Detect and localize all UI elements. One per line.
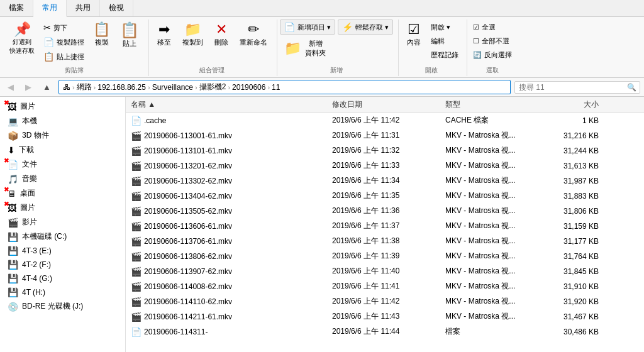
delete-icon: ✕ bbox=[216, 23, 227, 36]
back-button[interactable]: ◀ bbox=[4, 80, 18, 94]
file-type: MKV - Matroska 視... bbox=[440, 205, 541, 217]
properties-button[interactable]: ☑ 內容 bbox=[401, 19, 426, 50]
sidebar-item-music[interactable]: 🎵音樂 bbox=[0, 172, 125, 186]
table-row[interactable]: 🎬 20190606-113404-62.mkv 2019/6/6 上午 11:… bbox=[126, 189, 644, 204]
table-row[interactable]: 🎬 20190606-114008-62.mkv 2019/6/6 上午 11:… bbox=[126, 279, 644, 294]
cut-label: 剪下 bbox=[53, 23, 67, 33]
copy-path-icon: 📄 bbox=[43, 37, 54, 47]
easy-access-button[interactable]: ⚡ 輕鬆存取 ▾ bbox=[338, 19, 393, 35]
table-row[interactable]: 🎬 20190606-113907-62.mkv 2019/6/6 上午 11:… bbox=[126, 264, 644, 279]
sidebar-label-local-c: 本機磁碟 (C:) bbox=[22, 231, 67, 242]
new-label: 新增 bbox=[280, 63, 393, 76]
sidebar-item-drive-f[interactable]: 💾4T-2 (F:) bbox=[0, 258, 125, 272]
sidebar-label-drive-e: 4T-3 (E:) bbox=[22, 246, 52, 255]
open-button[interactable]: 開啟 ▾ bbox=[428, 21, 462, 34]
sidebar-item-desktop[interactable]: 🖥 ✖ 桌面 bbox=[0, 186, 125, 201]
table-row[interactable]: 🎬 20190606-113302-62.mkv 2019/6/6 上午 11:… bbox=[126, 173, 644, 189]
file-name: 20190606-113907-62.mkv bbox=[144, 267, 232, 276]
open-label: 開啟 bbox=[401, 63, 462, 76]
rename-button[interactable]: ✏ 重新命名 bbox=[235, 19, 272, 50]
file-name-cell: 🎬 20190606-114211-61.mkv bbox=[126, 312, 327, 322]
sidebar-item-drive-g[interactable]: 💾4T-4 (G:) bbox=[0, 272, 125, 285]
sidebar-item-images2[interactable]: 🖼 ✖ 圖片 bbox=[0, 201, 125, 215]
sidebar-item-videos[interactable]: 🎬影片 bbox=[0, 215, 125, 229]
tab-share[interactable]: 共用 bbox=[67, 0, 100, 16]
table-row[interactable]: 🎬 20190606-113101-61.mkv 2019/6/6 上午 11:… bbox=[126, 143, 644, 158]
file-name: 20190606-113706-61.mkv bbox=[144, 237, 232, 246]
file-size: 30,486 KB bbox=[541, 327, 604, 337]
history-button[interactable]: 歷程記錄 bbox=[428, 48, 462, 62]
tab-view[interactable]: 檢視 bbox=[100, 0, 133, 16]
sidebar-item-documents[interactable]: 📄 ✖ 文件 bbox=[0, 157, 125, 172]
paste-shortcut-button[interactable]: 📋貼上捷徑 bbox=[40, 50, 87, 63]
file-type: MKV - Matroska 視... bbox=[440, 145, 541, 157]
sidebar-icon-drive-g: 💾 bbox=[8, 273, 18, 283]
header-name[interactable]: 名稱 ▲ bbox=[126, 99, 327, 110]
sidebar-item-pictures[interactable]: 🖼 ✖ 圖片 bbox=[0, 99, 125, 114]
rename-label: 重新命名 bbox=[240, 38, 267, 47]
table-row[interactable]: 🎬 20190606-113706-61.mkv 2019/6/6 上午 11:… bbox=[126, 234, 644, 249]
table-row[interactable]: 🎬 20190606-113505-62.mkv 2019/6/6 上午 11:… bbox=[126, 204, 644, 219]
table-row[interactable]: 🎬 20190606-114211-61.mkv 2019/6/6 上午 11:… bbox=[126, 309, 644, 324]
header-type[interactable]: 類型 bbox=[440, 99, 541, 110]
copy-to-button[interactable]: 📁 複製到 bbox=[178, 19, 208, 50]
select-none-button[interactable]: ☐全部不選 bbox=[470, 35, 515, 48]
pin-button[interactable]: 📌 釘選到快速存取 bbox=[5, 19, 39, 58]
sidebar-item-drive-e[interactable]: 💾4T-3 (E:) bbox=[0, 244, 125, 258]
file-date: 2019/6/6 上午 11:44 bbox=[327, 326, 440, 338]
file-date: 2019/6/6 上午 11:41 bbox=[327, 280, 440, 292]
sidebar-item-drive-j[interactable]: 💿BD-RE 光碟機 (J:) bbox=[0, 299, 125, 314]
sidebar-item-this-pc[interactable]: 💻本機 bbox=[0, 114, 125, 128]
search-input[interactable] bbox=[514, 81, 640, 94]
file-date: 2019/6/6 上午 11:40 bbox=[327, 265, 440, 277]
table-row[interactable]: 🎬 20190606-114110-62.mkv 2019/6/6 上午 11:… bbox=[126, 294, 644, 309]
table-row[interactable]: 🎬 20190606-113606-61.mkv 2019/6/6 上午 11:… bbox=[126, 219, 644, 234]
new-folder-button[interactable]: 📁 新增資料夾 bbox=[280, 36, 393, 61]
select-all-button[interactable]: ☑全選 bbox=[470, 21, 515, 34]
table-row[interactable]: 📄 20190606-114311- 2019/6/6 上午 11:44 檔案 … bbox=[126, 324, 644, 339]
table-row[interactable]: 📄 .cache 2019/6/6 上午 11:42 CACHE 檔案 1 KB bbox=[126, 113, 644, 128]
organize-buttons: ➡ 移至 📁 複製到 ✕ 刪除 ✏ 重新命名 bbox=[152, 19, 272, 63]
file-name: 20190606-113101-61.mkv bbox=[144, 146, 232, 155]
sidebar-item-3d-objects[interactable]: 📦3D 物件 bbox=[0, 128, 125, 143]
file-name: 20190606-113404-62.mkv bbox=[144, 192, 232, 201]
table-row[interactable]: 🎬 20190606-113806-62.mkv 2019/6/6 上午 11:… bbox=[126, 249, 644, 264]
file-name: .cache bbox=[144, 116, 166, 125]
copy-path-button[interactable]: 📄複製路徑 bbox=[40, 35, 87, 49]
copy-button[interactable]: 📋 複製 bbox=[89, 19, 114, 50]
move-to-button[interactable]: ➡ 移至 bbox=[152, 19, 177, 50]
file-name: 20190606-114110-62.mkv bbox=[144, 297, 232, 306]
sidebar-item-drive-h[interactable]: 💾4T (H:) bbox=[0, 285, 125, 299]
file-date: 2019/6/6 上午 11:33 bbox=[327, 160, 440, 172]
paste-button[interactable]: 📋 貼上 bbox=[116, 19, 143, 52]
network-icon: 🖧 bbox=[63, 83, 70, 92]
up-button[interactable]: ▲ bbox=[39, 80, 55, 94]
sidebar: 🖼 ✖ 圖片💻本機📦3D 物件⬇下載 📄 ✖ 文件🎵音樂 🖥 ✖ 桌面 🖼 ✖ … bbox=[0, 97, 126, 352]
sidebar-item-local-c[interactable]: 💾本機磁碟 (C:) bbox=[0, 229, 125, 244]
sidebar-label-pictures: 圖片 bbox=[20, 101, 35, 112]
address-path[interactable]: 🖧 › 網路 › 192.168.86.25 › Surveillance › … bbox=[58, 80, 511, 94]
edit-button[interactable]: 編輯 bbox=[428, 35, 462, 48]
tab-file[interactable]: 檔案 bbox=[0, 0, 33, 16]
delete-button[interactable]: ✕ 刪除 bbox=[209, 19, 234, 50]
table-row[interactable]: 🎬 20190606-113001-61.mkv 2019/6/6 上午 11:… bbox=[126, 128, 644, 143]
new-item-button[interactable]: 📄 新增項目 ▾ bbox=[280, 19, 335, 35]
search-container: 🔍 bbox=[514, 81, 640, 94]
file-type: MKV - Matroska 視... bbox=[440, 160, 541, 172]
header-size[interactable]: 大小 bbox=[541, 99, 604, 110]
error-icon-desktop: ✖ bbox=[4, 186, 9, 193]
error-icon-images2: ✖ bbox=[4, 201, 9, 207]
file-size: 31,806 KB bbox=[541, 206, 604, 216]
invert-select-button[interactable]: 🔄反向選擇 bbox=[470, 48, 515, 62]
clipboard-col: ✂剪下 📄複製路徑 📋貼上捷徑 bbox=[40, 19, 87, 63]
cut-button[interactable]: ✂剪下 bbox=[40, 21, 87, 35]
properties-label: 內容 bbox=[407, 38, 421, 47]
file-icon: 🎬 bbox=[131, 131, 142, 141]
tab-home[interactable]: 常用 bbox=[33, 0, 67, 17]
header-date[interactable]: 修改日期 bbox=[327, 99, 440, 110]
forward-button[interactable]: ▶ bbox=[21, 80, 35, 94]
sidebar-item-downloads[interactable]: ⬇下載 bbox=[0, 143, 125, 157]
file-date: 2019/6/6 上午 11:43 bbox=[327, 311, 440, 322]
file-icon: 🎬 bbox=[131, 161, 142, 171]
table-row[interactable]: 🎬 20190606-113201-62.mkv 2019/6/6 上午 11:… bbox=[126, 158, 644, 173]
